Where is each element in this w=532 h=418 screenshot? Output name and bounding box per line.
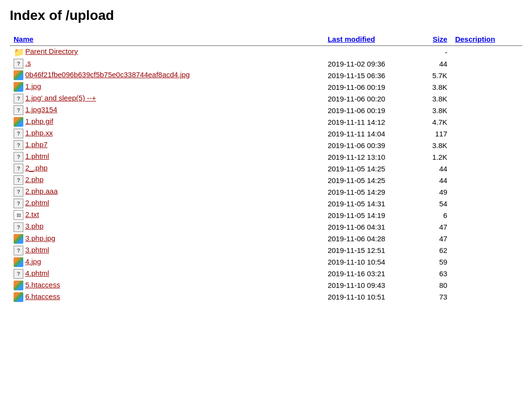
file-desc-cell: [451, 233, 522, 245]
file-modified-cell: 2019-11-15 06:36: [324, 69, 418, 81]
file-modified-cell: 2019-11-06 00:19: [324, 81, 418, 93]
file-size-cell: 3.8K: [419, 104, 451, 116]
table-row: ?1.php.xx2019-11-11 14:04117: [10, 128, 522, 139]
file-name-cell: ?1.jpg' and sleep(5) --+: [10, 93, 324, 104]
file-listing-table: Name Last modified Size Description 📁Par…: [10, 33, 522, 303]
file-name-cell: ?3.php: [10, 221, 324, 233]
unknown-icon: ?: [14, 140, 23, 150]
unknown-icon: ?: [14, 59, 23, 68]
file-name-cell: ?4.phtml: [10, 268, 324, 280]
table-row: ?1.phtml2019-11-12 13:101.2K: [10, 151, 522, 163]
file-size-cell: 63: [419, 268, 451, 280]
file-size-cell: 6: [419, 209, 451, 221]
table-row: 3.php.jpg2019-11-06 04:2847: [10, 233, 522, 245]
unknown-icon: ?: [14, 164, 23, 173]
file-modified-cell: 2019-11-11 14:12: [324, 116, 418, 128]
file-name-cell: ?2.php: [10, 174, 324, 186]
table-row: 1.jpg2019-11-06 00:193.8K: [10, 81, 522, 93]
file-link[interactable]: 2_.php: [25, 164, 48, 172]
file-link[interactable]: Parent Directory: [25, 47, 78, 55]
file-size-cell: 3.8K: [419, 93, 451, 104]
file-modified-cell: 2019-11-05 14:31: [324, 198, 418, 209]
file-name-cell: ▤2.txt: [10, 209, 324, 221]
file-name-cell: 3.php.jpg: [10, 233, 324, 245]
file-modified-cell: 2019-11-05 14:25: [324, 163, 418, 174]
file-modified-cell: 2019-11-10 10:54: [324, 256, 418, 268]
file-link[interactable]: 2.txt: [25, 210, 39, 218]
file-link[interactable]: 1.jpg: [25, 82, 41, 90]
file-link[interactable]: .s: [25, 59, 31, 67]
table-row: ▤2.txt2019-11-05 14:196: [10, 209, 522, 221]
file-name-cell: 📁Parent Directory: [10, 46, 324, 58]
file-modified-cell: 2019-11-05 14:25: [324, 174, 418, 186]
file-size-cell: 59: [419, 256, 451, 268]
file-desc-cell: [451, 174, 522, 186]
table-row: 6.htaccess2019-11-10 10:5173: [10, 291, 522, 303]
file-link[interactable]: 2.php.aaa: [25, 187, 58, 195]
file-size-cell: 47: [419, 221, 451, 233]
image-icon: [14, 234, 23, 244]
file-link[interactable]: 1.jpg3154: [25, 105, 57, 114]
file-name-cell: 0b46f21fbe096b639cf5b75e0c338744eaf8acd4…: [10, 69, 324, 81]
file-name-cell: 6.htaccess: [10, 291, 324, 303]
file-link[interactable]: 5.htaccess: [25, 281, 60, 289]
table-row: ?2.php2019-11-05 14:2544: [10, 174, 522, 186]
file-size-cell: 49: [419, 186, 451, 198]
file-desc-cell: [451, 116, 522, 128]
file-size-cell: 117: [419, 128, 451, 139]
sort-desc-link[interactable]: Description: [455, 35, 496, 43]
table-row: 5.htaccess2019-11-10 09:4380: [10, 280, 522, 291]
file-link[interactable]: 2.php: [25, 175, 44, 184]
file-link[interactable]: 1.php7: [25, 140, 48, 149]
file-link[interactable]: 2.phtml: [25, 199, 49, 207]
file-name-cell: 1.jpg: [10, 81, 324, 93]
file-desc-cell: [451, 46, 522, 58]
file-modified-cell: [324, 46, 418, 58]
image-icon: [14, 257, 23, 267]
file-modified-cell: 2019-11-05 14:19: [324, 209, 418, 221]
file-link[interactable]: 6.htaccess: [25, 292, 60, 301]
unknown-icon: ?: [14, 105, 23, 115]
col-header-modified: Last modified: [324, 33, 418, 46]
file-modified-cell: 2019-11-11 14:04: [324, 128, 418, 139]
file-desc-cell: [451, 291, 522, 303]
file-link[interactable]: 3.php.jpg: [25, 234, 55, 242]
file-name-cell: ?1.phtml: [10, 151, 324, 163]
sort-modified-link[interactable]: Last modified: [327, 35, 375, 43]
table-row: ?.s2019-11-02 09:3644: [10, 58, 522, 69]
file-modified-cell: 2019-11-06 04:28: [324, 233, 418, 245]
text-icon: ▤: [14, 210, 23, 220]
file-desc-cell: [451, 186, 522, 198]
col-header-name: Name: [10, 33, 324, 46]
file-name-cell: ?.s: [10, 58, 324, 69]
file-link[interactable]: 1.php.xx: [25, 129, 53, 137]
file-link[interactable]: 3.php: [25, 222, 44, 230]
file-desc-cell: [451, 69, 522, 81]
file-link[interactable]: 3.phtml: [25, 246, 49, 254]
file-link[interactable]: 4.phtml: [25, 269, 49, 277]
sort-name-link[interactable]: Name: [14, 35, 34, 43]
sort-size-link[interactable]: Size: [433, 35, 447, 43]
file-size-cell: 62: [419, 245, 451, 256]
file-name-cell: 1.php.gif: [10, 116, 324, 128]
file-modified-cell: 2019-11-15 12:51: [324, 245, 418, 256]
file-modified-cell: 2019-11-05 14:29: [324, 186, 418, 198]
file-link[interactable]: 4.jpg: [25, 257, 41, 266]
col-header-description: Description: [451, 33, 522, 46]
file-modified-cell: 2019-11-16 03:21: [324, 268, 418, 280]
file-size-cell: 47: [419, 233, 451, 245]
file-size-cell: 80: [419, 280, 451, 291]
file-desc-cell: [451, 151, 522, 163]
unknown-icon: ?: [14, 94, 23, 103]
file-link[interactable]: 1.phtml: [25, 152, 49, 160]
file-desc-cell: [451, 256, 522, 268]
file-desc-cell: [451, 104, 522, 116]
unknown-icon: ?: [14, 187, 23, 197]
file-link[interactable]: 0b46f21fbe096b639cf5b75e0c338744eaf8acd4…: [25, 70, 190, 79]
file-size-cell: 54: [419, 198, 451, 209]
file-link[interactable]: 1.php.gif: [25, 117, 53, 125]
file-modified-cell: 2019-11-06 00:20: [324, 93, 418, 104]
page-title: Index of /upload: [10, 8, 522, 23]
file-link[interactable]: 1.jpg' and sleep(5) --+: [25, 94, 96, 102]
unknown-icon: ?: [14, 175, 23, 185]
